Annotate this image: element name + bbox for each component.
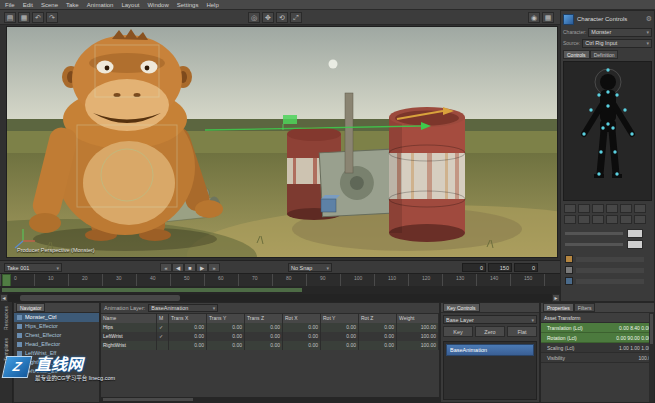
slider-value-box[interactable]: [627, 229, 643, 238]
key-button[interactable]: Key: [443, 326, 473, 337]
scale-tool-icon[interactable]: ⤢: [290, 12, 302, 23]
timeline-ruler[interactable]: 0102030405060708090100110120130140150: [0, 273, 560, 286]
nav-item[interactable]: Hips_Effector: [14, 322, 99, 331]
tab-navigator[interactable]: Navigator: [16, 303, 45, 312]
tab-properties[interactable]: Properties: [543, 303, 574, 312]
nav-item[interactable]: Chest_Effector: [14, 331, 99, 340]
value-cell[interactable]: 0.00: [245, 323, 283, 332]
flat-button[interactable]: Flat: [507, 326, 537, 337]
character-control-cell[interactable]: [634, 204, 646, 213]
select-tool-icon[interactable]: ◎: [248, 12, 260, 23]
nav-item[interactable]: Monster_Ctrl: [14, 313, 99, 322]
value-cell[interactable]: 100.00: [397, 332, 439, 341]
redo-icon[interactable]: ↷: [46, 12, 58, 23]
value-cell[interactable]: 0.00: [283, 323, 321, 332]
sheet-row[interactable]: Hips ✓ 0.00 0.00 0.00 0.00 0.00 0.00 100…: [101, 323, 439, 332]
menu-help[interactable]: Help: [206, 0, 218, 10]
value-cell[interactable]: 0.00: [245, 332, 283, 341]
value-cell[interactable]: 0.00: [169, 332, 207, 341]
layer-row[interactable]: [565, 266, 650, 274]
value-cell[interactable]: 0.00: [207, 323, 245, 332]
menu-window[interactable]: Window: [147, 0, 168, 10]
save-icon[interactable]: ▦: [18, 12, 30, 23]
vtab-resources[interactable]: Resources: [3, 306, 9, 330]
scroll-right-button[interactable]: ►: [552, 294, 560, 302]
grid-toggle-icon[interactable]: ▦: [542, 12, 554, 23]
body-silhouette[interactable]: [564, 62, 653, 200]
wood-post[interactable]: [345, 93, 353, 173]
slider-track[interactable]: [565, 232, 623, 235]
character-control-cell[interactable]: [578, 215, 590, 224]
tab-controls[interactable]: Controls: [563, 50, 590, 59]
panel-gear-icon[interactable]: ⚙: [646, 15, 652, 23]
take-dropdown[interactable]: Take 001▾: [4, 263, 62, 272]
step-back-button[interactable]: ◀: [172, 263, 184, 272]
value-cell[interactable]: 0.00: [207, 341, 245, 350]
play-button[interactable]: ▶: [196, 263, 208, 272]
value-cell[interactable]: 0.00: [359, 323, 397, 332]
character-control-cell[interactable]: [620, 204, 632, 213]
prop-row-translation[interactable]: Translation (Lcl) 0.00 8.40 0.00: [541, 323, 654, 333]
col-name[interactable]: Name: [101, 314, 157, 323]
start-frame-field[interactable]: 0: [462, 263, 486, 272]
menu-settings[interactable]: Settings: [177, 0, 199, 10]
end-frame-field[interactable]: 150: [488, 263, 512, 272]
scroll-thumb[interactable]: [20, 295, 180, 301]
open-file-icon[interactable]: ▤: [4, 12, 16, 23]
value-cell[interactable]: 0.00: [359, 341, 397, 350]
translate-tool-icon[interactable]: ✥: [262, 12, 274, 23]
viewport-canvas[interactable]: [7, 27, 558, 258]
character-control-cell[interactable]: [606, 204, 618, 213]
layer-list-item-selected[interactable]: BaseAnimation: [446, 344, 534, 356]
character-control-cell[interactable]: [564, 215, 576, 224]
go-to-end-button[interactable]: »: [208, 263, 220, 272]
camera-icon[interactable]: ◉: [528, 12, 540, 23]
tab-key-controls[interactable]: Key Controls: [443, 303, 480, 312]
nav-item[interactable]: Head_Effector: [14, 340, 99, 349]
menu-edit[interactable]: Edit: [23, 0, 33, 10]
animation-layer-dropdown[interactable]: BaseAnimation▾: [148, 304, 218, 312]
character-control-cell[interactable]: [606, 215, 618, 224]
character-control-cell[interactable]: [592, 215, 604, 224]
prop-vscrollbar[interactable]: [649, 312, 654, 402]
mute-checkbox[interactable]: [157, 341, 169, 350]
current-frame-field[interactable]: 0: [514, 263, 538, 272]
go-to-start-button[interactable]: «: [160, 263, 172, 272]
character-control-cell[interactable]: [592, 204, 604, 213]
slider-value-box[interactable]: [627, 240, 643, 249]
character-control-cell[interactable]: [634, 215, 646, 224]
col-rot-y[interactable]: Rot Y: [321, 314, 359, 323]
menu-layout[interactable]: Layout: [121, 0, 139, 10]
value-cell[interactable]: 0.00: [169, 323, 207, 332]
mute-checkbox[interactable]: ✓: [157, 323, 169, 332]
value-cell[interactable]: 0.00: [169, 341, 207, 350]
zero-button[interactable]: Zero: [475, 326, 505, 337]
prop-row-group[interactable]: Asset Transform: [541, 313, 654, 323]
sheet-row[interactable]: LeftWrist ✓ 0.00 0.00 0.00 0.00 0.00 0.0…: [101, 332, 439, 341]
character-body-view[interactable]: [563, 61, 652, 201]
source-select-dropdown[interactable]: Ctrl Rig Input▾: [582, 39, 652, 48]
value-cell[interactable]: 0.00: [283, 341, 321, 350]
menu-file[interactable]: File: [5, 0, 15, 10]
character-control-cell[interactable]: [578, 204, 590, 213]
value-cell[interactable]: 0.00: [321, 341, 359, 350]
value-cell[interactable]: 0.00: [359, 332, 397, 341]
col-trans-x[interactable]: Trans X: [169, 314, 207, 323]
layer-row[interactable]: [565, 255, 650, 263]
col-trans-y[interactable]: Trans Y: [207, 314, 245, 323]
character-select-dropdown[interactable]: Monster▾: [588, 28, 652, 37]
col-rot-x[interactable]: Rot X: [283, 314, 321, 323]
key-layer-dropdown[interactable]: Base Layer▾: [443, 315, 537, 324]
undo-icon[interactable]: ↶: [32, 12, 44, 23]
character-control-cell[interactable]: [620, 215, 632, 224]
prop-row-rotation[interactable]: Rotation (Lcl) 0.00 90.00 0.00: [541, 333, 654, 343]
slider-track[interactable]: [565, 243, 623, 246]
timeline-scrollbar[interactable]: ◄ ►: [0, 294, 560, 302]
value-cell[interactable]: 0.00: [321, 323, 359, 332]
value-cell[interactable]: 100.00: [397, 323, 439, 332]
viewport[interactable]: Producer Perspective (Monster): [6, 26, 558, 258]
sheet-row[interactable]: RightWrist 0.00 0.00 0.00 0.00 0.00 0.00…: [101, 341, 439, 350]
menu-animation[interactable]: Animation: [87, 0, 114, 10]
tab-filters[interactable]: Filters: [574, 303, 596, 312]
stop-button[interactable]: ■: [184, 263, 196, 272]
